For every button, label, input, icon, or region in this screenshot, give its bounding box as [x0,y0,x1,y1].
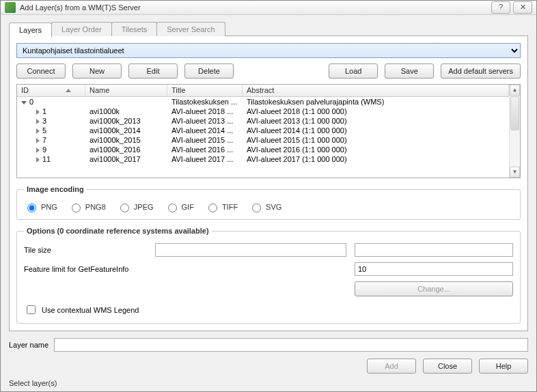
radio-tiff-label: TIFF [222,203,238,211]
cell-title: AVI-alueet 2017 ... [167,154,243,164]
expand-closed-icon[interactable] [36,148,40,153]
add-default-servers-button[interactable]: Add default servers [441,64,521,79]
tile-size-height-input[interactable] [355,243,513,257]
tile-size-label: Tile size [24,246,147,254]
tab-layers[interactable]: Layers [9,23,52,37]
cell-title: AVI-alueet 2013 ... [167,116,243,126]
feature-limit-input[interactable] [355,262,513,276]
radio-png-label: PNG [41,203,57,211]
radio-jpeg-label: JPEG [134,203,154,211]
radio-png8-label: PNG8 [85,203,106,211]
cell-title: AVI-alueet 2018 ... [167,107,243,116]
table-row[interactable]: 5 avi1000k_2014 AVI-alueet 2014 ... AVI-… [17,126,509,135]
expand-closed-icon[interactable] [36,128,40,134]
expand-closed-icon[interactable] [36,157,40,163]
expand-open-icon[interactable] [21,101,27,104]
col-title[interactable]: Title [167,85,243,96]
expand-closed-icon[interactable] [36,109,40,115]
feature-limit-label: Feature limit for GetFeatureInfo [24,265,346,273]
server-buttons: Connect New Edit Delete Load Save Add de… [16,64,521,79]
radio-gif-label: GIF [182,203,194,211]
close-window-button[interactable]: ✕ [513,1,532,14]
scroll-track[interactable] [510,131,520,167]
radio-svg-input[interactable] [252,204,261,212]
radio-png8[interactable]: PNG8 [68,201,106,212]
col-id[interactable]: ID [17,85,85,96]
load-button[interactable]: Load [329,64,378,79]
close-button[interactable]: Close [423,359,472,374]
radio-png-input[interactable] [27,204,36,212]
tile-size-width-input[interactable] [155,243,346,257]
edit-button[interactable]: Edit [128,64,178,79]
scroll-down-icon[interactable]: ▼ [510,167,520,178]
cell-id: 1 [42,107,46,115]
save-button[interactable]: Save [385,64,434,79]
radio-jpeg-input[interactable] [120,204,129,212]
help-window-button[interactable]: ? [491,1,510,14]
scroll-thumb[interactable] [510,96,519,130]
expand-closed-icon[interactable] [36,119,40,124]
cell-id: 9 [42,145,46,154]
table-row[interactable]: 3 avi1000k_2013 AVI-alueet 2013 ... AVI-… [17,116,509,126]
scroll-up-icon[interactable]: ▲ [510,85,520,96]
radio-png[interactable]: PNG [24,201,57,212]
col-abstract[interactable]: Abstract [243,85,509,96]
server-select[interactable]: Kuntapohjaiset tilastointialueet [16,43,521,58]
radio-gif[interactable]: GIF [165,201,194,212]
table-scrollbar[interactable]: ▲ ▼ [509,85,520,178]
contextual-legend-row: Use contextual WMS Legend [24,303,513,316]
tab-layer-order[interactable]: Layer Order [51,22,112,36]
table-row[interactable]: 9 avi1000k_2016 AVI-alueet 2016 ... AVI-… [17,145,509,154]
expand-closed-icon[interactable] [36,138,40,143]
radio-png8-input[interactable] [72,204,81,212]
cell-id: 7 [42,136,46,144]
cell-title: Tilastokeskuksen ... [167,97,243,107]
radio-svg[interactable]: SVG [249,201,281,212]
layer-name-input[interactable] [54,338,528,352]
cell-name: avi1000k_2017 [85,154,167,164]
layer-name-row: Layer name [9,338,528,352]
connect-button[interactable]: Connect [16,64,66,79]
cell-title: AVI-alueet 2015 ... [167,135,243,145]
cell-title: AVI-alueet 2016 ... [167,145,243,154]
table-row[interactable]: 11 avi1000k_2017 AVI-alueet 2017 ... AVI… [17,154,509,164]
cell-id: 5 [42,126,46,135]
options-grid: Tile size Feature limit for GetFeatureIn… [24,243,513,296]
status-text: Select layer(s) [9,379,528,387]
table-row[interactable]: 7 avi1000k_2015 AVI-alueet 2015 ... AVI-… [17,135,509,145]
tab-tilesets[interactable]: Tilesets [111,22,158,36]
cell-name [85,97,167,107]
cell-abstract: AVI-alueet 2015 (1:1 000 000) [243,135,509,145]
dialog-window: Add Layer(s) from a WM(T)S Server ? ✕ La… [0,0,537,392]
radio-gif-input[interactable] [168,204,177,212]
tab-server-search[interactable]: Server Search [156,22,225,36]
cell-abstract: Tilastokeskuksen palvelurajapinta (WMS) [243,97,509,107]
cell-name: avi1000k_2015 [85,135,167,145]
cell-abstract: AVI-alueet 2017 (1:1 000 000) [243,154,509,164]
contextual-legend-label: Use contextual WMS Legend [42,306,139,314]
app-icon [5,2,16,13]
table-row[interactable]: 0 Tilastokeskuksen ... Tilastokeskuksen … [17,97,509,107]
cell-id: 0 [29,98,33,106]
radio-tiff-input[interactable] [208,204,217,212]
table-row[interactable]: 1 avi1000k AVI-alueet 2018 ... AVI-aluee… [17,107,509,116]
radio-tiff[interactable]: TIFF [205,201,238,212]
contextual-legend-checkbox[interactable] [27,305,36,314]
tab-bar: Layers Layer Order Tilesets Server Searc… [9,22,528,36]
change-crs-button[interactable]: Change... [355,281,513,296]
delete-button[interactable]: Delete [184,64,234,79]
col-name[interactable]: Name [85,85,167,96]
add-button[interactable]: Add [367,359,416,374]
sort-asc-icon [66,89,71,92]
table-body: 0 Tilastokeskuksen ... Tilastokeskuksen … [17,97,509,164]
options-legend: Options (0 coordinate reference systems … [24,227,212,235]
content: Layers Layer Order Tilesets Server Searc… [1,15,536,391]
col-id-label: ID [21,86,29,94]
help-button[interactable]: Help [479,359,528,374]
radio-jpeg[interactable]: JPEG [117,201,154,212]
dialog-footer: Add Close Help [9,359,528,374]
new-button[interactable]: New [72,64,122,79]
window-title: Add Layer(s) from a WM(T)S Server [20,3,488,12]
layer-name-label: Layer name [9,341,49,349]
layer-table-inner: ID Name Title Abstract 0 Tilastokeskukse… [17,85,509,178]
